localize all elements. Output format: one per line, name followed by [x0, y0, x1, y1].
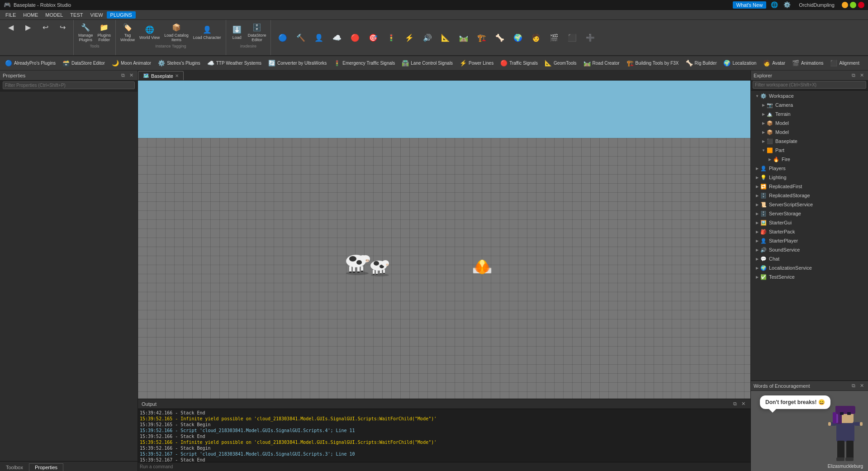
tree-expand-button[interactable]: ▶: [754, 230, 760, 234]
menu-home[interactable]: HOME: [19, 11, 42, 19]
geomtools-plugin[interactable]: 📐 GeomTools: [541, 58, 579, 68]
tb-icon-14[interactable]: 🌍: [510, 31, 526, 44]
properties-close-button[interactable]: ✕: [128, 72, 135, 79]
tree-expand-button[interactable]: ▶: [754, 212, 760, 216]
network-icon[interactable]: 🌐: [770, 0, 779, 10]
load-catalog-button[interactable]: 📦 Load CatalogItems: [162, 21, 190, 43]
localization-plugin[interactable]: 🌍 Localization: [720, 58, 759, 68]
tb-icon-13[interactable]: 🦴: [492, 31, 508, 44]
stelrex-plugin[interactable]: ⚙️ Stelrex's Plugins: [155, 58, 203, 68]
tree-item-replicated-storage[interactable]: ▶🗄️ReplicatedStorage: [751, 191, 868, 200]
building-tools-plugin[interactable]: 🏗️ Building Tools by F3X: [623, 58, 682, 68]
tb-icon-2[interactable]: 🔨: [293, 31, 309, 44]
tree-expand-button[interactable]: ▶: [761, 139, 766, 143]
tb-icon-18[interactable]: ➕: [582, 31, 598, 44]
datastore-editor-button[interactable]: 🗄️ DataStoreEditor: [246, 21, 268, 43]
tree-expand-button[interactable]: ▶: [754, 248, 760, 252]
tree-item-players[interactable]: ▶👤Players: [751, 164, 868, 173]
tb-icon-7[interactable]: 🚦: [383, 31, 399, 44]
tree-item-server-script-service[interactable]: ▶📜ServerScriptService: [751, 200, 868, 209]
tree-item-model2[interactable]: ▶📦Model: [751, 128, 868, 137]
load-button[interactable]: ⬇️ Load: [229, 21, 245, 43]
tree-expand-button[interactable]: ▶: [761, 130, 766, 134]
tree-item-baseplate[interactable]: ▶⬛Baseplate: [751, 137, 868, 146]
tree-expand-button[interactable]: ▶: [754, 203, 760, 207]
tree-expand-button[interactable]: ▶: [754, 257, 760, 261]
tree-item-localization-service[interactable]: ▶🌍LocalizationService: [751, 263, 868, 272]
power-lines-plugin[interactable]: ⚡ Power Lines: [456, 58, 496, 68]
redo-button[interactable]: ↪: [54, 21, 71, 33]
load-character-button[interactable]: 👤 Load Character: [191, 21, 223, 43]
toolbox-tab[interactable]: Toolbox: [0, 463, 29, 471]
tb-icon-12[interactable]: 🏗️: [474, 31, 490, 44]
tb-icon-1[interactable]: 🔵: [275, 31, 291, 44]
explorer-close-button[interactable]: ✕: [859, 72, 865, 79]
tree-expand-button[interactable]: ▼: [754, 94, 760, 98]
animations-plugin[interactable]: 🎬 Animations: [789, 58, 826, 68]
whats-new-button[interactable]: What's New: [733, 1, 766, 9]
tree-item-part[interactable]: ▼🟧Part: [751, 146, 868, 155]
manage-plugins-button[interactable]: 🔧 ManagePlugins: [76, 21, 95, 43]
close-button[interactable]: ✕: [858, 2, 864, 8]
tree-item-fire[interactable]: ▶🔥Fire: [751, 155, 868, 164]
tb-icon-8[interactable]: ⚡: [401, 31, 417, 44]
tree-expand-button[interactable]: ▶: [754, 266, 760, 270]
datastore-plugin[interactable]: 🗃️ DataStore Editor: [59, 58, 108, 68]
tb-icon-15[interactable]: 🧑: [528, 31, 544, 44]
alreadypro-plugin[interactable]: 🔵 AlreadyPro's Plugins: [2, 58, 58, 68]
moon-animator-plugin[interactable]: 🌙 Moon Animator: [109, 58, 154, 68]
tree-expand-button[interactable]: ▶: [754, 167, 760, 171]
properties-restore-button[interactable]: ⧉: [120, 72, 126, 79]
tb-icon-16[interactable]: 🎬: [546, 31, 562, 44]
tb-icon-10[interactable]: 📐: [437, 31, 454, 44]
tree-item-terrain[interactable]: ▶🏔️Terrain: [751, 109, 868, 119]
properties-tab[interactable]: Properties: [29, 463, 63, 471]
tree-expand-button[interactable]: ▶: [754, 185, 760, 189]
road-creator-plugin[interactable]: 🛤️ Road Creator: [580, 58, 622, 68]
menu-plugins[interactable]: PLUGINS: [107, 11, 136, 19]
tree-expand-button[interactable]: ▶: [767, 157, 773, 162]
properties-filter-input[interactable]: [3, 81, 135, 89]
rig-builder-plugin[interactable]: 🦴 Rig Builder: [683, 58, 720, 68]
tree-expand-button[interactable]: ▶: [761, 103, 766, 107]
tree-item-lighting[interactable]: ▶💡Lighting: [751, 173, 868, 182]
minimize-button[interactable]: ─: [842, 2, 848, 8]
settings-icon[interactable]: ⚙️: [783, 0, 792, 10]
avatar-plugin[interactable]: 🧑 Avatar: [760, 58, 788, 68]
alignment-plugin[interactable]: ⬛ Alignment: [827, 58, 862, 68]
tb-icon-9[interactable]: 🔊: [419, 31, 436, 44]
converter-plugin[interactable]: 🔄 Converter by UltraWorks: [265, 58, 329, 68]
tree-item-chat[interactable]: ▶💬Chat: [751, 254, 868, 263]
tb-icon-4[interactable]: ☁️: [329, 31, 345, 44]
tree-item-server-storage[interactable]: ▶🗄️ServerStorage: [751, 209, 868, 218]
tree-expand-button[interactable]: ▶: [754, 221, 760, 225]
tree-item-starter-player[interactable]: ▶👤StarterPlayer: [751, 236, 868, 245]
tree-item-sound-service[interactable]: ▶🔊SoundService: [751, 245, 868, 254]
tree-item-starter-gui[interactable]: ▶🖼️StarterGui: [751, 218, 868, 227]
tab-close-button[interactable]: ✕: [175, 73, 179, 78]
undo-button[interactable]: ↩: [37, 21, 53, 33]
tree-expand-button[interactable]: ▶: [761, 121, 766, 125]
tb-icon-5[interactable]: 🔴: [347, 31, 363, 44]
back-button[interactable]: ◀: [3, 21, 19, 33]
lane-control-plugin[interactable]: 🛣️ Lane Control Signals: [398, 58, 455, 68]
tag-window-button[interactable]: 🏷️ TagWindow: [119, 21, 137, 43]
tree-expand-button[interactable]: ▶: [754, 275, 760, 279]
tree-expand-button[interactable]: ▼: [761, 148, 766, 152]
plugins-folder-button[interactable]: 📁 PluginsFolder: [96, 21, 113, 43]
menu-file[interactable]: FILE: [2, 11, 19, 19]
output-restore-button[interactable]: ⧉: [732, 400, 738, 407]
tree-item-starter-pack[interactable]: ▶🎒StarterPack: [751, 227, 868, 236]
tree-item-test-service[interactable]: ▶✅TestService: [751, 272, 868, 281]
tree-item-workspace[interactable]: ▼⚙️Workspace: [751, 91, 868, 100]
forward-button[interactable]: ▶: [20, 21, 36, 33]
command-input[interactable]: [140, 464, 749, 469]
menu-test[interactable]: TEST: [66, 11, 86, 19]
tree-item-replicated-first[interactable]: ▶🔁ReplicatedFirst: [751, 182, 868, 191]
baseplate-tab[interactable]: 🗺️ Baseplate ✕: [138, 71, 184, 80]
tree-expand-button[interactable]: ▶: [761, 112, 766, 116]
explorer-restore-button[interactable]: ⧉: [850, 72, 857, 79]
menu-view[interactable]: VIEW: [86, 11, 106, 19]
menu-model[interactable]: MODEL: [42, 11, 66, 19]
ttp-weather-plugin[interactable]: ☁️ TTP Weather Systems: [204, 58, 264, 68]
